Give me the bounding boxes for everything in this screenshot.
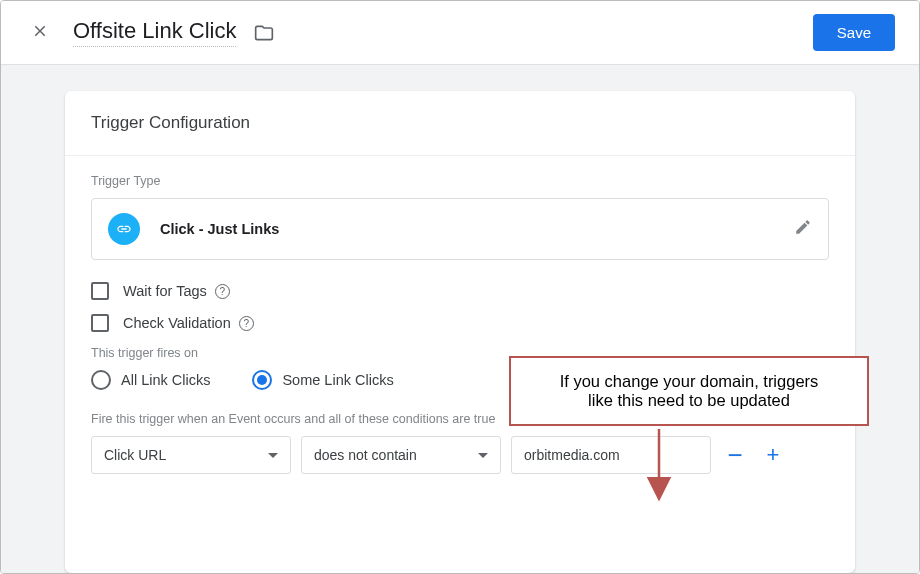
condition-value-input[interactable] (511, 436, 711, 474)
help-icon[interactable]: ? (215, 284, 230, 299)
add-condition-button[interactable]: + (759, 442, 787, 468)
annotation-arrow (644, 429, 674, 509)
config-card: Trigger Configuration Trigger Type Click… (65, 91, 855, 573)
wait-for-tags-label: Wait for Tags (123, 283, 207, 299)
folder-icon[interactable] (254, 23, 274, 43)
page-title[interactable]: Offsite Link Click (73, 18, 236, 47)
remove-condition-button[interactable]: − (721, 448, 749, 462)
help-icon[interactable]: ? (239, 316, 254, 331)
trigger-type-value: Click - Just Links (160, 221, 279, 237)
condition-variable-select[interactable]: Click URL (91, 436, 291, 474)
link-icon (108, 213, 140, 245)
callout-line2: like this need to be updated (531, 391, 847, 410)
edit-icon[interactable] (794, 218, 812, 240)
card-title: Trigger Configuration (65, 91, 855, 156)
wait-for-tags-checkbox[interactable] (91, 282, 109, 300)
annotation-callout: If you change your domain, triggers like… (509, 356, 869, 426)
check-validation-label: Check Validation (123, 315, 231, 331)
condition-operator-value: does not contain (314, 447, 417, 463)
radio-some-label: Some Link Clicks (282, 372, 393, 388)
condition-operator-select[interactable]: does not contain (301, 436, 501, 474)
chevron-down-icon (268, 453, 278, 458)
check-validation-checkbox[interactable] (91, 314, 109, 332)
radio-all-link-clicks[interactable]: All Link Clicks (91, 370, 210, 390)
radio-all-label: All Link Clicks (121, 372, 210, 388)
condition-variable-value: Click URL (104, 447, 166, 463)
trigger-type-row[interactable]: Click - Just Links (91, 198, 829, 260)
callout-line1: If you change your domain, triggers (531, 372, 847, 391)
radio-some-link-clicks[interactable]: Some Link Clicks (252, 370, 393, 390)
save-button[interactable]: Save (813, 14, 895, 51)
chevron-down-icon (478, 453, 488, 458)
close-button[interactable] (25, 14, 55, 52)
trigger-type-label: Trigger Type (91, 174, 829, 188)
